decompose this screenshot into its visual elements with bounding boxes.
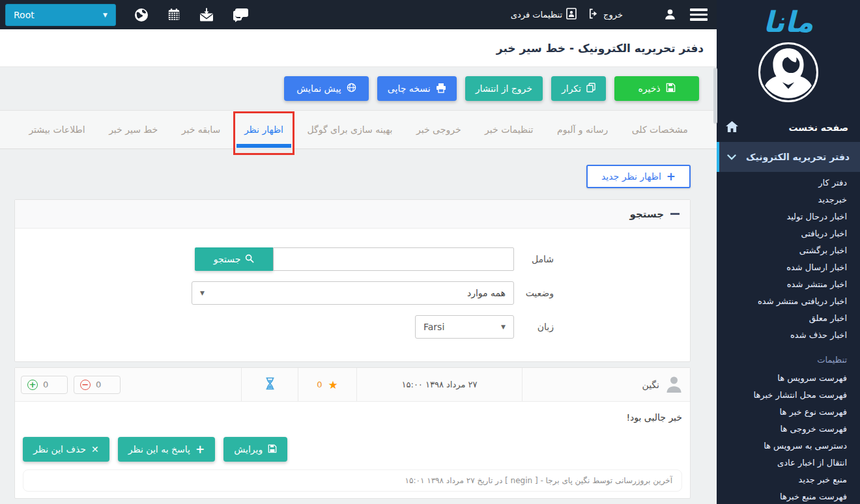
plus-circle-icon: +	[27, 380, 38, 390]
sidebar-settings-item[interactable]: فهرست خروجی ها	[717, 420, 860, 437]
sidebar-settings-item[interactable]: انتقال از اخبار عادی	[717, 454, 860, 471]
like-count: 0	[43, 380, 48, 389]
topbar-right: تنظیمات فردی خروج	[511, 8, 708, 21]
comment-author: نگین	[642, 380, 659, 390]
sidebar-menu-item[interactable]: اخبار معلق	[717, 309, 860, 326]
tab[interactable]: تنظیمات خبر	[485, 111, 533, 148]
chevron-down-icon	[727, 152, 736, 162]
tab[interactable]: مشخصات کلی	[632, 111, 688, 148]
app-logo: مانا	[717, 5, 860, 38]
new-comment-button-label: اظهار نظر جدید	[601, 171, 661, 182]
personal-settings-link[interactable]: تنظیمات فردی	[511, 8, 577, 21]
root-select[interactable]: Root ▼	[5, 4, 116, 26]
save-icon	[268, 444, 277, 455]
toolbar: ذخیره تکرار خروج از انتشار نسخه چاپی پیش…	[0, 67, 717, 101]
content-area: + اظهار نظر جدید جستجو شامل جستجو	[0, 149, 717, 499]
sidebar-menu-item[interactable]: اخبار درحال تولید	[717, 208, 860, 225]
copy-icon	[586, 83, 595, 94]
tab[interactable]: اطلاعات بیشتر	[29, 111, 85, 148]
calendar-icon[interactable]	[167, 7, 181, 22]
reply-comment-button[interactable]: + پاسخ به این نظر	[118, 437, 215, 462]
print-button[interactable]: نسخه چاپی	[377, 76, 457, 101]
repeat-button[interactable]: تکرار	[551, 76, 606, 101]
tab[interactable]: سابقه خبر	[182, 111, 221, 148]
tab[interactable]: رسانه و آلبوم	[557, 111, 608, 148]
collapse-icon[interactable]	[670, 213, 680, 215]
status-row: وضعیت همه موارد ▼	[15, 281, 690, 305]
sidebar-menu-item[interactable]: اخبار حذف شده	[717, 326, 860, 343]
status-label: وضعیت	[514, 288, 690, 298]
language-select[interactable]: Farsi ▼	[415, 315, 514, 339]
contains-label: شامل	[514, 254, 690, 264]
comment-rating-cell: ★ 0	[298, 368, 356, 401]
new-comment-button[interactable]: + اظهار نظر جدید	[586, 165, 691, 188]
sidebar-settings-item[interactable]: فهرست نوع خبر ها	[717, 403, 860, 420]
delete-comment-label: حذف این نظر	[33, 444, 86, 455]
repeat-button-label: تکرار	[562, 83, 581, 94]
globe-icon[interactable]	[134, 7, 149, 23]
tab-label: رسانه و آلبوم	[557, 124, 608, 135]
avatar-wrap	[717, 42, 860, 102]
save-button[interactable]: ذخیره	[614, 76, 699, 101]
language-select-value: Farsi	[423, 322, 444, 332]
sidebar-settings-item[interactable]: دسترسی به سرویس ها	[717, 437, 860, 454]
reply-comment-label: پاسخ به این نظر	[128, 444, 190, 455]
person-gray-icon	[666, 375, 682, 395]
sidebar-menu-item[interactable]: اخبار دریافتی منتشر شده	[717, 292, 860, 309]
sidebar-section-label: دفتر تحریریه الکترونیک	[746, 152, 850, 162]
sidebar-menu-item[interactable]: اخبار ارسال شده	[717, 259, 860, 275]
topbar: Root ▼ تنظیمات فردی	[0, 0, 717, 29]
inbox-mail-icon[interactable]	[199, 7, 214, 22]
tab-label: تنظیمات خبر	[485, 124, 533, 135]
tab-label: مشخصات کلی	[632, 124, 688, 135]
sidebar-settings-item[interactable]: فهرست سرویس ها	[717, 369, 860, 386]
comment-body: خبر جالبی بود! ویرایش + پاسخ به این نظر …	[15, 402, 690, 498]
tab-label: خروجی خبر	[416, 124, 461, 135]
tab[interactable]: اظهار نظر	[244, 111, 283, 148]
search-button-label: جستجو	[214, 254, 241, 264]
logout-link[interactable]: خروج	[588, 8, 623, 21]
sidebar-menu-item[interactable]: اخبار دریافتی	[717, 225, 860, 242]
sidebar-menu-item[interactable]: اخبار برگشتی	[717, 242, 860, 259]
id-card-icon	[566, 8, 577, 21]
sidebar-menu-item[interactable]: دفتر کار	[717, 174, 860, 191]
search-button[interactable]: جستجو	[195, 247, 273, 271]
sidebar-settings-item[interactable]: فهرست منبع خبرها	[717, 488, 860, 504]
contains-input[interactable]	[273, 247, 514, 271]
scrollbar-thumb[interactable]	[713, 68, 717, 124]
sidebar-section-editorial[interactable]: دفتر تحریریه الکترونیک	[717, 142, 860, 172]
edit-comment-button[interactable]: ویرایش	[223, 437, 287, 462]
search-panel-header[interactable]: جستجو	[15, 200, 690, 229]
edit-comment-label: ویرایش	[234, 444, 263, 455]
caret-down-icon: ▼	[501, 324, 506, 330]
sidebar-settings-header: تنظیمات	[717, 352, 860, 367]
sidebar-menu-item[interactable]: خبرجدید	[717, 191, 860, 208]
delete-comment-button[interactable]: ✕ حذف این نظر	[23, 437, 109, 462]
sidebar-settings-item[interactable]: منبع خبر جدید	[717, 471, 860, 488]
contains-input-group: جستجو	[195, 247, 514, 271]
sidebar-settings-item[interactable]: فهرست محل انتشار خبرها	[717, 386, 860, 403]
tab[interactable]: بهینه سازی برای گوگل	[307, 111, 392, 148]
tab-label: بهینه سازی برای گوگل	[307, 124, 392, 135]
logout-icon	[588, 8, 599, 21]
comment-author-cell: نگین	[522, 368, 690, 401]
sidebar-menu-item[interactable]: اخبار منتشر شده	[717, 275, 860, 292]
tab-strip: مشخصات کلی رسانه و آلبوم تنظیمات خبر خرو…	[0, 110, 717, 149]
chat-icon[interactable]	[232, 8, 249, 22]
user-icon[interactable]	[663, 8, 677, 21]
preview-button-label: پیش نمایش	[296, 83, 341, 94]
sidebar-item-home[interactable]: صفحه نخست	[717, 117, 860, 139]
sidebar-menu: دفتر کار خبرجدید اخبار درحال تولید اخبار…	[717, 174, 860, 343]
status-select[interactable]: همه موارد ▼	[192, 281, 514, 305]
unpublish-button[interactable]: خروج از انتشار	[465, 76, 543, 101]
tab[interactable]: خط سیر خبر	[109, 111, 158, 148]
tab[interactable]: خروجی خبر	[416, 111, 461, 148]
comment-last-update: آخرین بروزرسانی توسط نگین پای برجا - [ n…	[23, 469, 682, 492]
sidebar: مانا صفحه نخست دفتر تحریریه الکترونیک دف…	[717, 0, 860, 504]
avatar[interactable]	[758, 42, 818, 102]
preview-button[interactable]: پیش نمایش	[284, 76, 369, 101]
like-badge[interactable]: + 0	[21, 376, 68, 394]
home-icon	[726, 121, 738, 134]
hamburger-menu-icon[interactable]	[690, 8, 708, 21]
dislike-badge[interactable]: − 0	[74, 376, 121, 394]
